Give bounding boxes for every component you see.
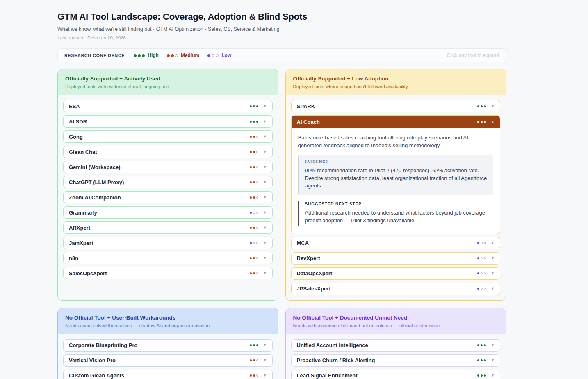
- tool-row[interactable]: AI SDR ▼: [63, 115, 273, 128]
- tool-row[interactable]: Custom Glean Agents ▼: [63, 370, 273, 379]
- confidence-dots: [477, 105, 486, 107]
- tool-row[interactable]: DataOpsXpert ▼: [291, 267, 501, 280]
- confidence-dot: [250, 151, 252, 153]
- confidence-dots: [250, 136, 258, 138]
- tool-list: Corporate Blueprinting Pro ▼ Vertical Vi…: [58, 334, 278, 379]
- quadrant-subtitle: Deployed tools with evidence of real, on…: [65, 84, 271, 89]
- confidence-dots: [250, 359, 258, 361]
- legend-dot: [175, 54, 178, 57]
- tool-name: Glean Chat: [69, 149, 97, 155]
- tool-row[interactable]: JPSalesXpert ▼: [291, 283, 501, 295]
- confidence-dot: [250, 121, 252, 123]
- chevron-down-icon: ▼: [263, 256, 267, 260]
- confidence-dots: [477, 344, 486, 346]
- confidence-dot: [481, 374, 483, 377]
- confidence-dot: [477, 344, 479, 346]
- confidence-dot: [253, 166, 255, 168]
- legend-item-label: High: [148, 53, 159, 58]
- tool-name: Zoom AI Companion: [69, 194, 121, 201]
- chevron-down-icon: ▼: [263, 343, 267, 347]
- tool-row[interactable]: SalesOpsXpert ▼: [63, 267, 273, 279]
- confidence-dots: [250, 242, 258, 244]
- confidence-dot: [253, 227, 255, 229]
- confidence-dot: [253, 242, 255, 244]
- chevron-down-icon: ▼: [263, 105, 267, 108]
- confidence-dot: [250, 242, 252, 244]
- confidence-dots: [250, 105, 258, 107]
- tool-row[interactable]: Lead Signal Enrichment ▼: [291, 370, 501, 379]
- quadrant-supported-active: Officially Supported + Actively Used Dep…: [57, 69, 278, 301]
- tool-row[interactable]: RevXpert ▼: [291, 252, 501, 265]
- tool-name: Lead Signal Enrichment: [297, 372, 358, 379]
- confidence-dots: [250, 166, 258, 168]
- confidence-dot: [481, 121, 483, 123]
- quadrant-header: Officially Supported + Actively Used Dep…: [58, 69, 278, 95]
- tool-row[interactable]: Glean Chat ▼: [63, 146, 273, 158]
- tool-row-expanded-header[interactable]: AI Coach ▲: [292, 116, 500, 128]
- tool-row[interactable]: JamXpert ▼: [63, 237, 273, 249]
- page-title: GTM AI Tool Landscape: Coverage, Adoptio…: [57, 11, 506, 22]
- tool-detail: Salesforce-based sales coaching tool off…: [292, 128, 500, 234]
- tool-row[interactable]: Gemini (Workspace) ▼: [63, 161, 273, 173]
- confidence-dot: [256, 359, 258, 361]
- legend-dot: [167, 54, 170, 57]
- confidence-dots: [477, 272, 486, 274]
- tool-row[interactable]: ESA ▼: [63, 100, 273, 112]
- chevron-down-icon: ▼: [491, 287, 495, 290]
- tool-row[interactable]: Grammarly ▼: [63, 206, 273, 219]
- tool-row[interactable]: Vertical Vision Pro ▼: [63, 354, 273, 367]
- confidence-dot: [484, 374, 486, 377]
- legend-label: RESEARCH CONFIDENCE: [64, 53, 125, 58]
- last-updated: Last updated: February 20, 2026: [57, 35, 506, 40]
- confidence-dot: [256, 344, 258, 346]
- chevron-down-icon: ▼: [491, 241, 495, 245]
- next-step-text: Additional research needed to understand…: [305, 209, 488, 225]
- confidence-dot: [477, 242, 479, 244]
- confidence-dot: [253, 257, 255, 259]
- legend-item-label: Low: [221, 53, 231, 58]
- quadrant-title: Officially Supported + Actively Used: [65, 75, 271, 82]
- tool-row[interactable]: Gong ▼: [63, 130, 273, 143]
- confidence-dot: [253, 151, 255, 153]
- tool-name: JPSalesXpert: [297, 285, 331, 292]
- tool-list: ESA ▼ AI SDR ▼ Gong ▼ Glean Chat ▼ Gemin…: [58, 95, 278, 285]
- tool-row[interactable]: n8n ▼: [63, 252, 273, 264]
- confidence-dots: [250, 212, 258, 214]
- confidence-dots: [477, 374, 486, 377]
- page: GTM AI Tool Landscape: Coverage, Adoptio…: [57, 0, 506, 379]
- chevron-down-icon: ▼: [263, 150, 267, 154]
- legend-dots: [167, 54, 178, 57]
- tool-name: Corporate Blueprinting Pro: [69, 342, 138, 348]
- tool-name: Grammarly: [69, 210, 97, 216]
- chevron-down-icon: ▼: [263, 358, 267, 362]
- chevron-down-icon: ▼: [491, 343, 495, 347]
- page-subtitle: What we know, what we're still finding o…: [57, 26, 506, 32]
- tool-list: SPARK ▼ AI Coach ▲ Salesforce-based sale…: [286, 95, 506, 300]
- chevron-down-icon: ▼: [263, 226, 267, 230]
- confidence-dot: [253, 359, 255, 361]
- legend-dot: [216, 54, 219, 57]
- tool-row[interactable]: ChatGPT (LLM Proxy) ▼: [63, 176, 273, 188]
- confidence-dot: [477, 257, 479, 259]
- confidence-dot: [250, 344, 252, 346]
- tool-row[interactable]: ARXpert ▼: [63, 221, 273, 234]
- quadrant-title: Officially Supported + Low Adoption: [293, 75, 499, 82]
- confidence-dot: [256, 105, 258, 107]
- tool-row[interactable]: SPARK ▼: [291, 100, 501, 112]
- quadrant-documented-unmet-need: No Official Tool + Documented Unmet Need…: [285, 308, 506, 379]
- tool-row[interactable]: Unified Account Intelligence ▼: [291, 339, 501, 352]
- legend-item-medium: Medium: [167, 53, 199, 58]
- tool-row[interactable]: MCA ▼: [291, 237, 501, 249]
- evidence-label: EVIDENCE: [305, 160, 488, 164]
- legend-hint: Click any tool to expand: [447, 53, 499, 58]
- tool-row[interactable]: Proactive Churn / Risk Alerting ▼: [291, 354, 501, 367]
- legend-item-low: Low: [207, 53, 231, 58]
- tool-row[interactable]: Zoom AI Companion ▼: [63, 191, 273, 203]
- tool-row[interactable]: Corporate Blueprinting Pro ▼: [63, 339, 273, 352]
- tool-name: ESA: [69, 103, 80, 110]
- chevron-down-icon: ▼: [491, 272, 495, 275]
- confidence-dots: [250, 227, 258, 229]
- quadrant-title: No Official Tool + Documented Unmet Need: [293, 315, 499, 321]
- confidence-dot: [256, 196, 258, 199]
- confidence-dot: [477, 272, 479, 274]
